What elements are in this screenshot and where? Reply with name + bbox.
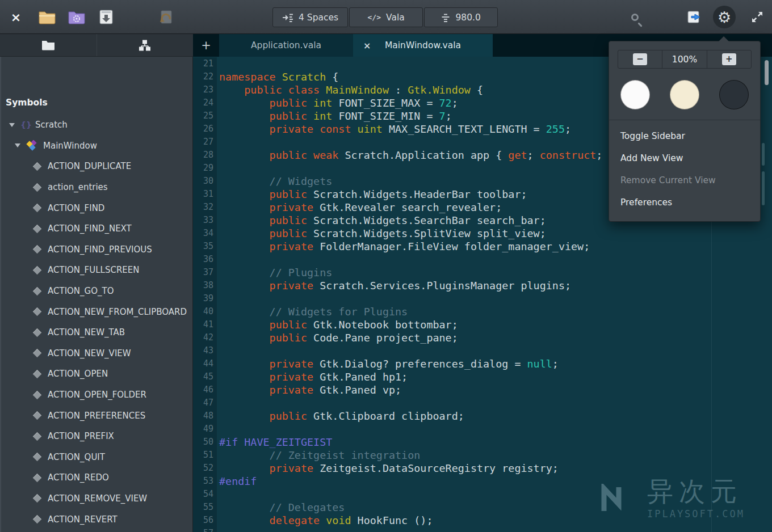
tab-mainwindow-vala[interactable]: × MainWindow.vala bbox=[353, 34, 493, 57]
symbol-item[interactable]: ACTION_FULLSCREEN bbox=[0, 260, 193, 281]
window-close-button[interactable]: × bbox=[5, 0, 27, 34]
code-line[interactable] bbox=[219, 344, 772, 357]
tab-close-icon[interactable]: × bbox=[363, 40, 371, 51]
symbol-list: ACTION_DUPLICATEaction_entriesACTION_FIN… bbox=[0, 156, 193, 532]
code-line[interactable]: private Gtk.Paned vp; bbox=[219, 383, 772, 396]
symbol-item[interactable]: ACTION_DUPLICATE bbox=[0, 156, 193, 177]
code-line[interactable]: private Scratch.Services.PluginsManager … bbox=[219, 279, 772, 292]
line-number: 48 bbox=[193, 409, 217, 423]
watermark-brand: 异次元 bbox=[647, 477, 745, 506]
symbol-diamond-icon bbox=[33, 411, 42, 420]
revert-icon bbox=[158, 9, 174, 25]
line-number: 22 bbox=[193, 70, 217, 83]
tab-application-vala[interactable]: Application.vala bbox=[219, 34, 353, 57]
line-number: 21 bbox=[193, 57, 217, 70]
search-icon bbox=[631, 14, 639, 21]
scheme-light-button[interactable] bbox=[620, 80, 650, 109]
symbol-item[interactable]: action_entries bbox=[0, 177, 193, 198]
symbol-diamond-icon bbox=[33, 286, 42, 295]
new-tab-button[interactable]: + bbox=[193, 34, 219, 57]
code-line[interactable]: private FolderManager.FileView folder_ma… bbox=[219, 240, 772, 253]
settings-menu-button[interactable]: ⚙ bbox=[713, 0, 736, 34]
code-line[interactable] bbox=[219, 253, 772, 266]
fullscreen-button[interactable] bbox=[746, 0, 769, 34]
tab-width-button[interactable]: 4 Spaces bbox=[272, 7, 348, 27]
open-folder-button[interactable] bbox=[35, 0, 59, 34]
symbol-item[interactable]: ACTION_NEW_TAB bbox=[0, 322, 193, 343]
symbol-label: ACTION_PREFERENCES bbox=[48, 411, 145, 421]
symbol-item[interactable]: ACTION_NEW_FROM_CLIPBOARD bbox=[0, 301, 193, 322]
symbol-item[interactable]: ACTION_REVERT bbox=[0, 509, 193, 530]
code-line[interactable]: #if HAVE_ZEITGEIST bbox=[219, 436, 772, 449]
symbol-item[interactable]: ACTION_FIND_NEXT bbox=[0, 218, 193, 239]
code-line[interactable]: public Scratch.Widgets.SplitView split_v… bbox=[219, 227, 772, 240]
line-number: 23 bbox=[193, 83, 217, 96]
scheme-sepia-button[interactable] bbox=[670, 80, 699, 109]
symbol-namespace-row[interactable]: {} Scratch bbox=[0, 115, 193, 136]
code-line[interactable] bbox=[219, 423, 772, 436]
symbol-item[interactable]: ACTION_PREFERENCES bbox=[0, 405, 193, 426]
symbol-item[interactable]: ACTION_QUIT bbox=[0, 447, 193, 468]
line-number: 37 bbox=[193, 266, 217, 279]
code-line[interactable]: public Code.Pane project_pane; bbox=[219, 331, 772, 344]
menu-item-toggle-sidebar[interactable]: Toggle Sidebar bbox=[609, 125, 760, 147]
language-button[interactable]: </> Vala bbox=[349, 7, 423, 27]
editor-scrollbar-handle[interactable] bbox=[765, 60, 769, 85]
symbol-item[interactable]: ACTION_GO_TO bbox=[0, 281, 193, 302]
line-number: 34 bbox=[193, 227, 217, 240]
symbol-diamond-icon bbox=[33, 266, 42, 275]
sidebar-tab-files[interactable] bbox=[0, 34, 97, 56]
code-line[interactable] bbox=[219, 292, 772, 305]
project-folder-button[interactable] bbox=[65, 0, 89, 34]
menu-item-preferences[interactable]: Preferences bbox=[609, 192, 760, 214]
symbol-item[interactable]: ACTION_REMOVE_VIEW bbox=[0, 488, 193, 509]
code-line[interactable] bbox=[219, 396, 772, 409]
code-line[interactable]: // Zeitgeist integration bbox=[219, 449, 772, 462]
menu-item-add-new-view[interactable]: Add New View bbox=[609, 147, 760, 170]
search-button[interactable] bbox=[623, 0, 646, 34]
symbol-diamond-icon bbox=[33, 474, 42, 483]
sidebar-tab-symbols[interactable] bbox=[97, 34, 194, 56]
zoom-out-button[interactable]: − bbox=[633, 53, 647, 65]
zoom-in-cell[interactable]: + bbox=[707, 50, 751, 68]
symbol-label: ACTION_REVERT bbox=[48, 514, 118, 525]
line-number: 26 bbox=[193, 123, 217, 136]
line-number: 31 bbox=[193, 188, 217, 201]
goto-line-button[interactable]: 980.0 bbox=[424, 7, 498, 27]
code-line[interactable]: private Zeitgeist.DataSourceRegistry reg… bbox=[219, 462, 772, 475]
code-line[interactable] bbox=[219, 527, 772, 532]
symbol-item[interactable]: ACTION_OPEN_FOLDER bbox=[0, 385, 193, 406]
zoom-out-cell[interactable]: − bbox=[618, 50, 662, 68]
line-number: 51 bbox=[193, 449, 217, 462]
symbol-label: ACTION_REDO bbox=[48, 472, 109, 483]
revert-button[interactable] bbox=[154, 0, 178, 34]
code-line[interactable]: public Gtk.Clipboard clipboard; bbox=[219, 409, 772, 423]
symbol-item[interactable]: ACTION_FIND bbox=[0, 197, 193, 218]
line-number: 53 bbox=[193, 475, 217, 488]
share-button[interactable] bbox=[684, 0, 707, 34]
header-toolbar: × bbox=[0, 0, 772, 34]
symbol-item[interactable]: ACTION_SAVE bbox=[0, 530, 193, 532]
symbol-class-row[interactable]: MainWindow bbox=[0, 136, 193, 157]
symbol-label: action_entries bbox=[48, 182, 108, 192]
save-button[interactable] bbox=[94, 0, 118, 34]
line-number: 50 bbox=[193, 436, 217, 449]
code-line[interactable]: private Gtk.Dialog? preferences_dialog =… bbox=[219, 357, 772, 370]
symbol-label: ACTION_PREFIX bbox=[48, 431, 114, 441]
symbol-item[interactable]: ACTION_OPEN bbox=[0, 364, 193, 385]
code-line[interactable]: private Gtk.Paned hp1; bbox=[219, 370, 772, 383]
line-number: 56 bbox=[193, 514, 217, 527]
code-icon: </> bbox=[368, 13, 381, 22]
symbol-label: ACTION_FIND bbox=[48, 203, 104, 213]
code-line[interactable]: public Gtk.Notebook bottombar; bbox=[219, 318, 772, 331]
zoom-in-button[interactable]: + bbox=[722, 53, 736, 65]
symbol-label: ACTION_NEW_TAB bbox=[48, 327, 125, 337]
symbol-item[interactable]: ACTION_REDO bbox=[0, 467, 193, 488]
scheme-dark-button[interactable] bbox=[719, 80, 749, 109]
code-line[interactable]: // Plugins bbox=[219, 266, 772, 279]
symbol-item[interactable]: ACTION_FIND_PREVIOUS bbox=[0, 239, 193, 260]
code-line[interactable]: // Widgets for Plugins bbox=[219, 305, 772, 318]
symbol-item[interactable]: ACTION_NEW_VIEW bbox=[0, 343, 193, 364]
symbol-diamond-icon bbox=[33, 162, 42, 171]
symbol-item[interactable]: ACTION_PREFIX bbox=[0, 426, 193, 447]
